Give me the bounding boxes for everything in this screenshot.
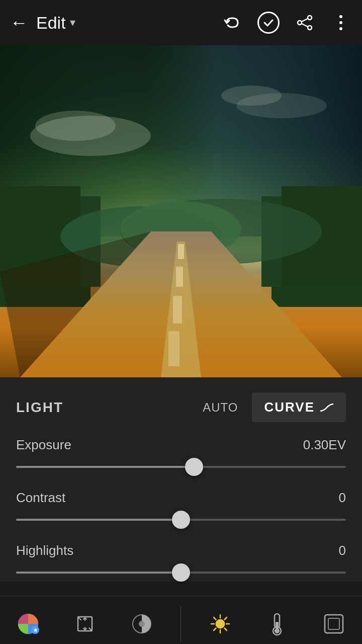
exposure-label: Exposure xyxy=(16,437,71,453)
edit-title[interactable]: Edit ▾ xyxy=(36,13,75,33)
svg-point-37 xyxy=(216,619,225,628)
details-tool[interactable] xyxy=(316,606,351,641)
svg-line-43 xyxy=(225,628,227,630)
dropdown-chevron[interactable]: ▾ xyxy=(70,16,75,29)
undo-button[interactable] xyxy=(221,12,243,34)
svg-point-0 xyxy=(308,16,312,20)
back-button[interactable]: ← xyxy=(10,12,28,33)
confirm-button[interactable] xyxy=(257,12,280,34)
svg-point-27 xyxy=(35,111,116,141)
svg-point-49 xyxy=(275,628,280,633)
svg-point-2 xyxy=(308,26,312,30)
share-button[interactable] xyxy=(294,12,316,34)
svg-point-5 xyxy=(339,15,342,18)
svg-line-4 xyxy=(302,24,308,27)
highlights-row: Highlights 0 xyxy=(16,543,346,582)
contrast-slider[interactable] xyxy=(16,511,346,529)
color-tool[interactable] xyxy=(259,606,295,641)
svg-rect-50 xyxy=(325,615,343,633)
svg-rect-51 xyxy=(328,618,339,629)
selective-tool[interactable] xyxy=(124,606,159,641)
top-bar: ← Edit ▾ xyxy=(0,0,362,45)
svg-point-29 xyxy=(221,86,282,106)
section-title: LIGHT xyxy=(16,399,189,416)
transform-tool[interactable] xyxy=(67,606,103,641)
light-tool[interactable] xyxy=(203,606,238,641)
highlights-label: Highlights xyxy=(16,543,73,558)
edit-label: Edit xyxy=(36,13,66,33)
filters-tool[interactable]: ★ xyxy=(11,606,46,641)
svg-point-6 xyxy=(339,21,342,24)
section-header: LIGHT AUTO CURVE xyxy=(16,392,346,422)
curve-label: CURVE xyxy=(264,399,315,415)
contrast-row: Contrast 0 xyxy=(16,490,346,529)
more-button[interactable] xyxy=(330,12,352,34)
transform-icon xyxy=(72,611,98,636)
filters-icon: ★ xyxy=(16,611,41,636)
contrast-value: 0 xyxy=(339,490,346,506)
selective-icon xyxy=(129,611,154,636)
exposure-row: Exposure 0.30EV xyxy=(16,437,346,476)
top-bar-right xyxy=(221,12,352,34)
sun-icon xyxy=(208,611,233,636)
svg-line-42 xyxy=(214,617,216,620)
controls-panel: LIGHT AUTO CURVE Exposure 0.30EV Contras… xyxy=(0,377,362,582)
contrast-label: Contrast xyxy=(16,490,65,506)
top-bar-left: ← Edit ▾ xyxy=(10,12,75,33)
bottom-toolbar: ★ xyxy=(0,596,362,644)
svg-line-45 xyxy=(214,628,216,630)
exposure-slider[interactable] xyxy=(16,458,346,476)
curve-button[interactable]: CURVE xyxy=(252,392,346,422)
svg-line-44 xyxy=(225,617,227,620)
auto-button[interactable]: AUTO xyxy=(189,393,252,422)
svg-point-36 xyxy=(139,621,145,627)
vignette-icon xyxy=(321,611,346,636)
svg-point-7 xyxy=(339,27,342,30)
photo-preview xyxy=(0,45,362,377)
thermometer-icon xyxy=(264,611,290,636)
toolbar-separator xyxy=(180,606,181,641)
svg-point-1 xyxy=(298,21,302,25)
highlights-value: 0 xyxy=(339,543,346,558)
svg-text:★: ★ xyxy=(33,627,38,633)
svg-line-3 xyxy=(302,19,308,22)
highlights-slider[interactable] xyxy=(16,564,346,582)
exposure-value: 0.30EV xyxy=(303,437,346,453)
svg-rect-48 xyxy=(276,622,279,629)
